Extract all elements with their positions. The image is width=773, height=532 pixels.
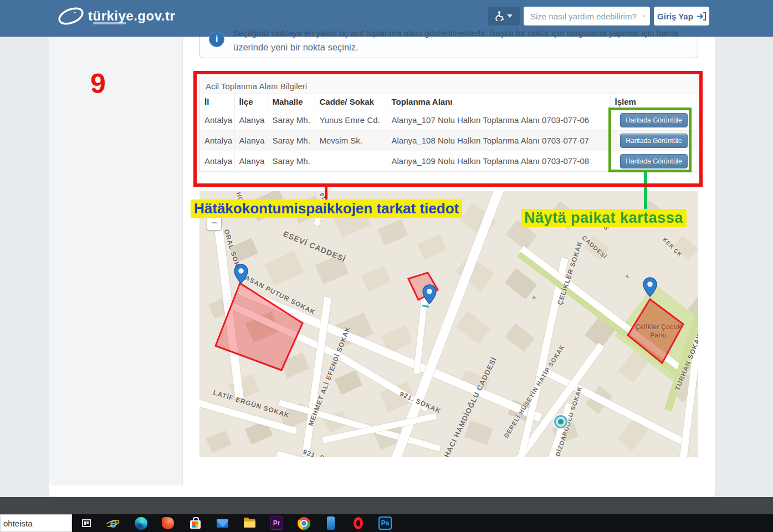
wheelchair-icon [495, 11, 504, 21]
windows-taskbar: ePrPs [0, 514, 773, 532]
table-caption: Acil Toplanma Alanı Bilgileri [200, 78, 698, 94]
column-header: Toplanma Alanı [387, 94, 610, 110]
column-header: Cadde/ Sokak [315, 94, 387, 110]
brand-text: türkiye.gov.tr [88, 8, 175, 24]
column-header: İlçe [234, 94, 268, 110]
column-header: İşlem [610, 94, 698, 110]
table-row: AntalyaAlanyaSaray Mh.Alanya_109 Nolu Ha… [200, 151, 698, 171]
annotation-step-number: 9 [90, 68, 106, 100]
login-label: Giriş Yap [657, 12, 693, 21]
annotation-highlight-2: Näytä paikat kartassa [521, 209, 687, 227]
your-phone-icon[interactable] [322, 515, 339, 531]
alert-text-line1: Seçtiğiniz noktaya en yakın üç acil topl… [233, 28, 690, 38]
map-canvas[interactable]: ➤➤ HO914. SORAL SOKAKESEVİ CADDESİHASAN … [199, 191, 698, 457]
table-cell: Alanya_109 Nolu Halkın Toplanma Alanı 07… [387, 151, 610, 171]
map-zoom-out-button[interactable]: − [207, 216, 222, 231]
chevron-down-icon [507, 14, 513, 18]
table-cell: Alanya [234, 130, 268, 151]
chrome-icon[interactable] [295, 515, 312, 531]
microsoft-store-icon[interactable] [187, 515, 203, 531]
left-sidebar [49, 37, 183, 485]
annotation-highlight-1: Hätäkokontumispaikkojen tarkat tiedot [191, 200, 462, 218]
premiere-pro-icon[interactable]: Pr [268, 515, 285, 531]
show-on-map-button[interactable]: Haritada Görüntüle [620, 134, 687, 148]
opera-icon[interactable] [350, 515, 366, 531]
column-header: İl [200, 94, 234, 110]
table-cell: Antalya [200, 110, 234, 130]
map-pin-icon[interactable] [643, 277, 657, 297]
park-label: Çelikler Çocuk Parkı [626, 323, 690, 340]
page-footer [0, 497, 773, 514]
assembly-area-polygon[interactable] [216, 283, 303, 370]
login-button[interactable]: Giriş Yap [654, 7, 709, 25]
screen: üzerinde yeni bir nokta seçiniz. Seçtiği… [0, 0, 773, 532]
table-cell: Saray Mh. [268, 151, 315, 171]
map-pin-icon[interactable] [422, 284, 437, 304]
table-cell: Haritada Görüntüle [610, 130, 698, 151]
table-cell: Yunus Emre Cd. [315, 110, 387, 130]
office-icon[interactable] [160, 515, 176, 531]
table-cell: Haritada Görüntüle [610, 110, 698, 130]
table-cell: Haritada Görüntüle [610, 151, 698, 171]
internet-explorer-icon[interactable]: e [105, 515, 122, 531]
table-cell: Alanya [234, 151, 268, 171]
table-cell: Alanya_107 Nolu Halkın Toplanma Alanı 07… [387, 110, 610, 130]
table-cell: Antalya [200, 151, 234, 171]
search-input[interactable] [524, 12, 643, 21]
brand-subtitle [93, 22, 126, 24]
photoshop-icon[interactable]: Ps [377, 515, 393, 531]
accessibility-button[interactable] [488, 7, 520, 25]
geolocation-marker-icon[interactable] [554, 415, 567, 428]
table-cell: Alanya [234, 110, 268, 130]
table-row: AntalyaAlanyaSaray Mh.Yunus Emre Cd.Alan… [200, 110, 698, 130]
task-view-icon[interactable] [78, 515, 95, 531]
mail-icon[interactable] [214, 515, 231, 531]
column-header: Mahalle [268, 94, 315, 110]
assembly-area-table: Acil Toplanma Alanı Bilgileri İlİlçeMaha… [199, 78, 698, 172]
edge-icon[interactable] [132, 515, 149, 531]
map-pin-icon[interactable] [234, 264, 248, 284]
search-icon[interactable] [643, 11, 645, 21]
info-icon: i [209, 32, 224, 47]
table-body: AntalyaAlanyaSaray Mh.Yunus Emre Cd.Alan… [200, 110, 698, 171]
e-devlet-swirl-icon [57, 5, 85, 27]
assembly-area-polygons [199, 191, 698, 457]
table-cell: Antalya [200, 130, 234, 151]
table-cell: Saray Mh. [268, 110, 315, 130]
login-arrow-icon [697, 12, 706, 21]
file-explorer-icon[interactable] [241, 515, 258, 531]
table-cell [315, 151, 387, 171]
help-search [524, 7, 650, 25]
table-header-row: İlİlçeMahalleCadde/ SokakToplanma Alanıİ… [200, 94, 698, 110]
alert-text-line2: üzerinde yeni bir nokta seçiniz. [233, 42, 359, 53]
table-cell: Alanya_108 Nolu Halkın Toplanma Alanı 07… [387, 130, 610, 151]
table-row: AntalyaAlanyaSaray Mh.Mevsim Sk.Alanya_1… [200, 130, 698, 151]
table-cell: Mevsim Sk. [315, 130, 387, 151]
show-on-map-button[interactable]: Haritada Görüntüle [620, 113, 687, 127]
table-cell: Saray Mh. [268, 130, 315, 151]
taskbar-tooltip: ohteista [0, 514, 72, 532]
show-on-map-button[interactable]: Haritada Görüntüle [620, 154, 687, 168]
